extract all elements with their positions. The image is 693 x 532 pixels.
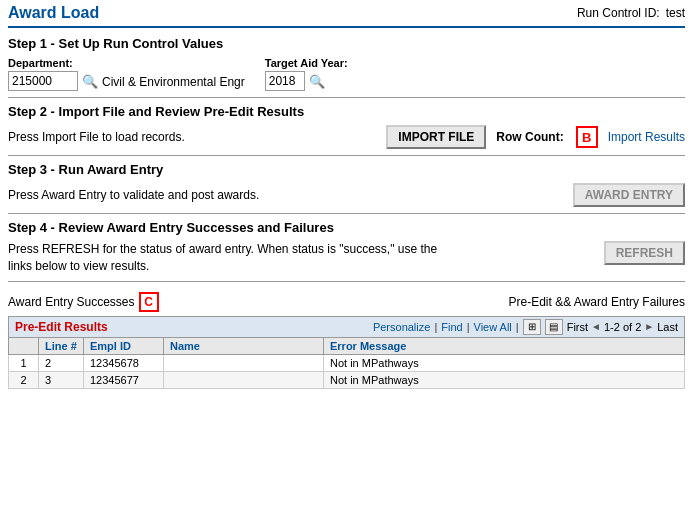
- step2-description: Press Import File to load records.: [8, 130, 185, 144]
- personalize-link[interactable]: Personalize: [373, 321, 430, 333]
- prev-page-btn[interactable]: ◄: [591, 321, 601, 332]
- view-all-link[interactable]: View All: [474, 321, 512, 333]
- step4-body: Press REFRESH for the status of award en…: [8, 241, 685, 275]
- table-section: Award Entry Successes C Pre-Edit && Awar…: [8, 292, 685, 389]
- dept-field-group: Department: 🔍 Civil & Environmental Engr: [8, 57, 245, 91]
- grid-title: Pre-Edit Results: [15, 320, 108, 334]
- step2-controls: IMPORT FILE Row Count: B Import Results: [386, 125, 685, 149]
- next-page-btn[interactable]: ►: [644, 321, 654, 332]
- step2-title: Step 2 - Import File and Review Pre-Edit…: [8, 104, 685, 119]
- col-header-empl: Empl ID: [84, 337, 164, 354]
- refresh-button[interactable]: REFRESH: [604, 241, 685, 265]
- step1-title: Step 1 - Set Up Run Control Values: [8, 36, 685, 51]
- data-table: Line # Empl ID Name Error Message 1 2 12…: [8, 337, 685, 389]
- col-header-num: [9, 337, 39, 354]
- dept-field-row: 🔍 Civil & Environmental Engr: [8, 71, 245, 91]
- find-link[interactable]: Find: [441, 321, 462, 333]
- aid-year-field-group: Target Aid Year: 🔍: [265, 57, 348, 91]
- grid-icon-2[interactable]: ▤: [545, 319, 563, 335]
- import-file-button[interactable]: IMPORT FILE: [386, 125, 486, 149]
- step3-title: Step 3 - Run Award Entry: [8, 162, 685, 177]
- badge-b: B: [576, 126, 598, 148]
- cell-name: [164, 354, 324, 371]
- aid-year-field-row: 🔍: [265, 71, 348, 91]
- sep2: |: [467, 321, 470, 333]
- aid-year-label: Target Aid Year:: [265, 57, 348, 69]
- pagination-label: 1-2 of 2: [604, 321, 641, 333]
- grid-icon-1[interactable]: ⊞: [523, 319, 541, 335]
- col-header-name: Name: [164, 337, 324, 354]
- step2-body: Press Import File to load records. IMPOR…: [8, 125, 685, 149]
- step4-section: Step 4 - Review Award Entry Successes an…: [8, 220, 685, 282]
- step1-section: Step 1 - Set Up Run Control Values Depar…: [8, 36, 685, 98]
- first-label: First: [567, 321, 588, 333]
- grid-toolbar-right: Personalize | Find | View All | ⊞ ▤ Firs…: [373, 319, 678, 335]
- pre-edit-failures-label: Pre-Edit && Award Entry Failures: [508, 295, 685, 309]
- cell-name: [164, 371, 324, 388]
- page-container: Award Load Run Control ID: test Step 1 -…: [0, 0, 693, 397]
- dept-description: Civil & Environmental Engr: [102, 75, 245, 89]
- cell-empl: 12345677: [84, 371, 164, 388]
- table-header-row: Award Entry Successes C Pre-Edit && Awar…: [8, 292, 685, 312]
- run-control-label: Run Control ID:: [577, 6, 660, 20]
- badge-c: C: [139, 292, 159, 312]
- award-entry-button[interactable]: AWARD ENTRY: [573, 183, 685, 207]
- run-control-row: Run Control ID: test: [577, 6, 685, 20]
- award-successes-label: Award Entry Successes: [8, 295, 135, 309]
- cell-num: 1: [9, 354, 39, 371]
- step3-body: Press Award Entry to validate and post a…: [8, 183, 685, 207]
- row-count-label: Row Count:: [496, 130, 563, 144]
- cell-num: 2: [9, 371, 39, 388]
- cell-line: 2: [39, 354, 84, 371]
- aid-year-search-icon[interactable]: 🔍: [309, 75, 325, 88]
- sep1: |: [434, 321, 437, 333]
- page-header: Award Load Run Control ID: test: [8, 4, 685, 28]
- sep3: |: [516, 321, 519, 333]
- table-header-row-cols: Line # Empl ID Name Error Message: [9, 337, 685, 354]
- dept-search-icon[interactable]: 🔍: [82, 75, 98, 88]
- last-label: Last: [657, 321, 678, 333]
- step3-section: Step 3 - Run Award Entry Press Award Ent…: [8, 162, 685, 214]
- step3-description: Press Award Entry to validate and post a…: [8, 188, 259, 202]
- table-row: 2 3 12345677 Not in MPathways: [9, 371, 685, 388]
- step2-section: Step 2 - Import File and Review Pre-Edit…: [8, 104, 685, 156]
- table-header-left: Award Entry Successes C: [8, 292, 159, 312]
- step1-body: Department: 🔍 Civil & Environmental Engr…: [8, 57, 685, 91]
- step4-description: Press REFRESH for the status of award en…: [8, 241, 438, 275]
- aid-year-input[interactable]: [265, 71, 305, 91]
- import-results-link[interactable]: Import Results: [608, 130, 685, 144]
- cell-error: Not in MPathways: [324, 354, 685, 371]
- grid-toolbar: Pre-Edit Results Personalize | Find | Vi…: [8, 316, 685, 337]
- page-title: Award Load: [8, 4, 99, 22]
- dept-input[interactable]: [8, 71, 78, 91]
- step4-title: Step 4 - Review Award Entry Successes an…: [8, 220, 685, 235]
- cell-error: Not in MPathways: [324, 371, 685, 388]
- table-row: 1 2 12345678 Not in MPathways: [9, 354, 685, 371]
- col-header-error: Error Message: [324, 337, 685, 354]
- dept-label: Department:: [8, 57, 245, 69]
- cell-line: 3: [39, 371, 84, 388]
- col-header-line: Line #: [39, 337, 84, 354]
- run-control-value: test: [666, 6, 685, 20]
- cell-empl: 12345678: [84, 354, 164, 371]
- table-body: 1 2 12345678 Not in MPathways 2 3 123456…: [9, 354, 685, 388]
- pagination-area: First ◄ 1-2 of 2 ► Last: [567, 321, 678, 333]
